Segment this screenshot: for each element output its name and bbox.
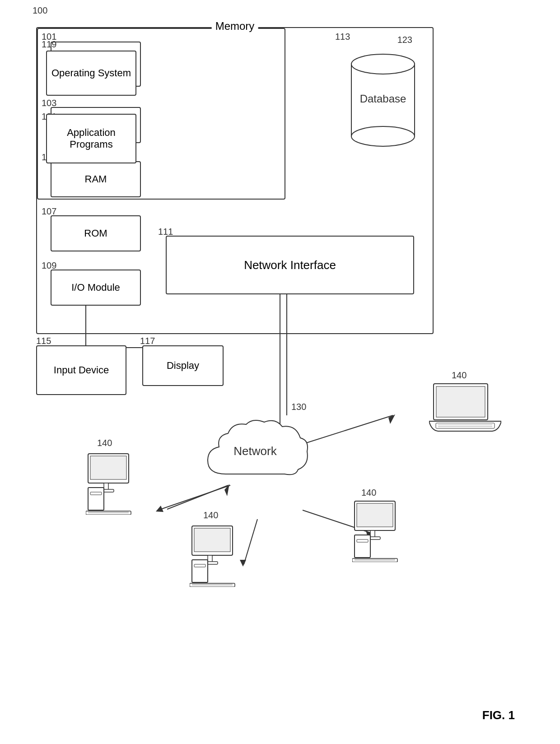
- svg-rect-36: [192, 560, 208, 582]
- svg-rect-42: [357, 503, 393, 527]
- ref-140-2: 140: [203, 510, 218, 521]
- svg-text:Database: Database: [360, 93, 406, 105]
- io-module-box: I/O Module: [51, 270, 141, 306]
- svg-rect-25: [104, 483, 108, 490]
- ref-140-4: 140: [452, 370, 467, 381]
- rom-label: ROM: [84, 228, 107, 239]
- os-label: Operating System: [51, 67, 131, 79]
- display-box: Display: [142, 345, 224, 386]
- svg-rect-45: [355, 535, 370, 558]
- svg-rect-27: [88, 488, 104, 510]
- svg-rect-24: [90, 456, 126, 479]
- svg-rect-43: [370, 530, 375, 537]
- database-container: Database: [347, 46, 419, 154]
- svg-text:Network: Network: [233, 444, 277, 458]
- client-desktop-bottom: [190, 524, 248, 587]
- network-interface-label: Network Interface: [244, 258, 336, 272]
- io-label: I/O Module: [71, 282, 120, 293]
- laptop-icon: [429, 381, 501, 436]
- ram-box: RAM: [51, 161, 141, 197]
- desktop-icon-left: [86, 451, 145, 515]
- database-icon: Database: [347, 46, 419, 154]
- ref-113: 113: [335, 32, 350, 42]
- display-label: Display: [167, 360, 199, 372]
- rom-box: ROM: [51, 215, 141, 251]
- svg-marker-9: [156, 506, 163, 512]
- ref-130: 130: [291, 402, 306, 412]
- ref-100: 100: [33, 5, 47, 16]
- client-desktop-right: [352, 499, 411, 562]
- app-programs-label: Application Programs: [47, 127, 135, 150]
- ref-123: 123: [397, 35, 412, 45]
- input-device-box: Input Device: [36, 345, 126, 395]
- svg-rect-46: [357, 539, 368, 542]
- svg-rect-51: [436, 386, 485, 417]
- network-interface-box: Network Interface: [166, 236, 414, 294]
- svg-marker-17: [388, 414, 395, 424]
- ref-119: 119: [42, 39, 56, 50]
- input-device-label: Input Device: [54, 364, 109, 376]
- diagram: 100 101 Pre-License Manager 103 Processo…: [27, 9, 533, 731]
- svg-point-20: [351, 54, 415, 74]
- client-desktop-left: [86, 451, 145, 515]
- ram-label: RAM: [85, 173, 107, 185]
- network-cloud: Network: [199, 415, 312, 497]
- svg-rect-34: [208, 555, 212, 562]
- client-laptop: [429, 381, 501, 436]
- ref-115: 115: [36, 336, 51, 346]
- os-box: Operating System: [46, 51, 136, 96]
- app-programs-box: Application Programs: [46, 114, 136, 163]
- svg-rect-52: [436, 423, 495, 428]
- svg-rect-33: [194, 528, 230, 552]
- svg-point-19: [351, 126, 415, 146]
- memory-label: Memory: [212, 20, 258, 33]
- desktop-icon-bottom: [190, 524, 248, 587]
- figure-label: FIG. 1: [482, 708, 515, 722]
- ref-117: 117: [140, 336, 155, 346]
- desktop-icon-right: [352, 499, 411, 562]
- ref-140-1: 140: [97, 438, 112, 448]
- network-cloud-svg: Network: [199, 415, 312, 497]
- svg-rect-28: [90, 492, 102, 495]
- main-system-box: 100 101 Pre-License Manager 103 Processo…: [36, 27, 434, 334]
- ref-140-3: 140: [361, 488, 376, 498]
- svg-rect-37: [194, 564, 205, 567]
